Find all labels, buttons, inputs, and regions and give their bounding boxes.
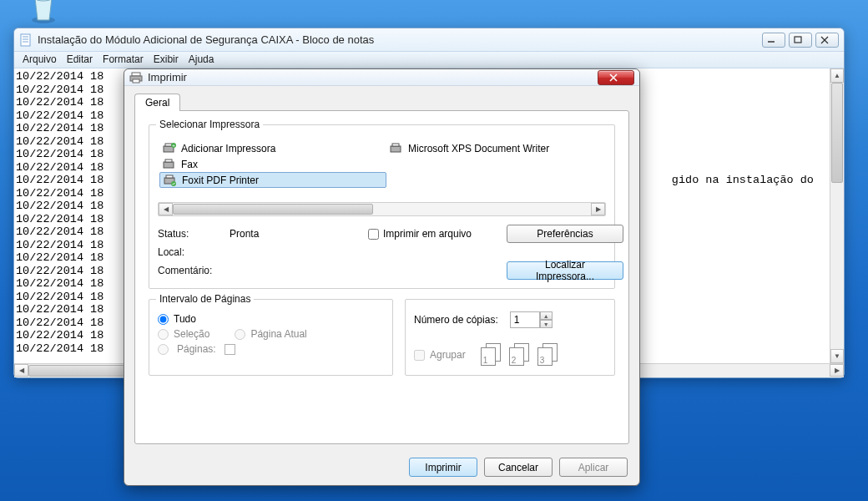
radio-all[interactable] (158, 314, 169, 325)
list-scroll-left[interactable]: ◀ (159, 203, 173, 215)
collate-illustration: 11 22 33 (481, 343, 561, 367)
find-printer-button[interactable]: Localizar Impressora... (507, 261, 623, 280)
printer-icon (129, 72, 143, 84)
notepad-titlebar[interactable]: Instalação do Módulo Adicional de Segura… (14, 28, 844, 52)
radio-selection-row: Seleção (158, 328, 209, 340)
collate-label: Agrupar (430, 349, 466, 361)
copies-up[interactable]: ▲ (540, 311, 553, 320)
tab-geral[interactable]: Geral (134, 94, 180, 111)
list-scroll-thumb[interactable] (173, 204, 373, 215)
vscroll-thumb[interactable] (831, 83, 843, 183)
copies-spinner[interactable]: ▲ ▼ (510, 311, 553, 328)
recycle-bin-icon[interactable] (25, 0, 62, 28)
notepad-title: Instalação do Módulo Adicional de Segura… (38, 33, 762, 46)
menu-exibir[interactable]: Exibir (154, 53, 179, 66)
apply-button: Aplicar (559, 458, 628, 477)
printer-add-label: Adicionar Impressora (181, 143, 275, 154)
status-value: Pronta (230, 228, 363, 240)
menu-formatar[interactable]: Formatar (103, 53, 144, 66)
radio-pages-row: Páginas: (158, 343, 384, 355)
add-printer-icon: + (163, 143, 176, 154)
menu-ajuda[interactable]: Ajuda (189, 53, 214, 66)
preferences-button[interactable]: Preferências (507, 225, 623, 243)
radio-all-row[interactable]: Tudo (158, 313, 384, 325)
page-range-label: Intervalo de Páginas (156, 293, 254, 305)
group-copies: Número de cópias: ▲ ▼ Agrupar (405, 299, 615, 376)
copies-input[interactable] (510, 311, 540, 328)
pages-input (225, 344, 235, 355)
foxit-printer-icon (164, 175, 177, 186)
radio-selection (158, 329, 169, 340)
svg-rect-10 (132, 73, 140, 76)
copies-down[interactable]: ▼ (540, 320, 553, 328)
printer-list-scrollbar[interactable]: ◀ ▶ (158, 202, 606, 216)
menu-editar[interactable]: Editar (67, 53, 93, 66)
radio-pages (158, 344, 169, 355)
printer-fax[interactable]: Fax (159, 156, 386, 172)
svg-rect-20 (165, 159, 172, 162)
status-label: Status: (158, 228, 225, 240)
printer-foxit-label: Foxit PDF Printer (182, 175, 259, 186)
print-dialog: Imprimir Geral Selecionar Impressora + A… (124, 68, 640, 486)
svg-rect-24 (391, 146, 401, 152)
scroll-up-button[interactable]: ▲ (830, 68, 844, 83)
printer-xps[interactable]: Microsoft XPS Document Writer (386, 140, 604, 156)
print-dialog-titlebar[interactable]: Imprimir (124, 69, 639, 86)
scroll-down-button[interactable]: ▼ (830, 349, 844, 363)
svg-rect-19 (164, 162, 174, 168)
cancel-button[interactable]: Cancelar (484, 458, 553, 477)
comment-label: Comentário: (158, 265, 225, 276)
print-button[interactable]: Imprimir (409, 458, 477, 477)
svg-rect-2 (21, 34, 30, 46)
xps-printer-icon (390, 143, 403, 154)
svg-point-1 (35, 0, 52, 1)
print-dialog-title: Imprimir (148, 71, 598, 84)
radio-pages-label: Páginas: (177, 343, 216, 355)
collate-checkbox (414, 350, 425, 361)
printer-xps-label: Microsoft XPS Document Writer (408, 143, 549, 154)
scroll-right-button[interactable]: ▶ (830, 364, 844, 377)
minimize-button[interactable] (762, 33, 785, 48)
vertical-scrollbar[interactable]: ▲ ▼ (830, 68, 844, 363)
print-to-file-input[interactable] (368, 229, 379, 240)
radio-current (235, 329, 245, 340)
select-printer-label: Selecionar Impressora (156, 119, 263, 130)
copies-label: Número de cópias: (414, 314, 498, 326)
svg-rect-25 (392, 144, 399, 146)
group-select-printer: Selecionar Impressora + Adicionar Impres… (149, 124, 615, 289)
group-page-range: Intervalo de Páginas Tudo Seleção Página… (149, 299, 393, 376)
print-dialog-close-button[interactable] (598, 70, 634, 85)
close-button[interactable] (815, 33, 839, 48)
notepad-icon (19, 33, 33, 47)
radio-current-label: Página Atual (250, 328, 306, 340)
local-label: Local: (158, 246, 225, 258)
print-to-file-checkbox[interactable]: Imprimir em arquivo (368, 228, 502, 240)
maximize-button[interactable] (789, 33, 812, 48)
printer-list[interactable]: + Adicionar Impressora Fax Foxit PDF Pri… (158, 137, 606, 199)
svg-rect-22 (166, 175, 173, 178)
svg-rect-16 (165, 144, 172, 146)
printer-fax-label: Fax (181, 159, 198, 170)
scroll-left-button[interactable]: ◀ (14, 364, 28, 377)
svg-text:+: + (172, 143, 175, 148)
svg-rect-12 (133, 79, 139, 83)
print-to-file-label: Imprimir em arquivo (383, 228, 472, 240)
radio-current-row: Página Atual (235, 328, 306, 340)
svg-rect-7 (795, 37, 801, 43)
notepad-menubar: Arquivo Editar Formatar Exibir Ajuda (14, 52, 844, 68)
printer-foxit[interactable]: Foxit PDF Printer (159, 172, 386, 188)
menu-arquivo[interactable]: Arquivo (23, 53, 57, 66)
radio-all-label: Tudo (174, 313, 196, 325)
printer-add[interactable]: + Adicionar Impressora (159, 140, 386, 156)
fax-icon (163, 159, 176, 170)
list-scroll-right[interactable]: ▶ (591, 203, 605, 215)
radio-selection-label: Seleção (174, 328, 209, 340)
